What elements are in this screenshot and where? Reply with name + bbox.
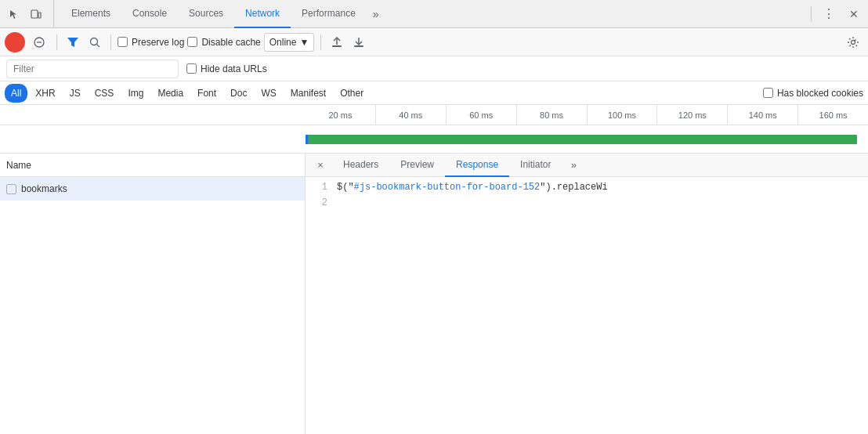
type-filter-manifest[interactable]: Manifest bbox=[284, 84, 332, 103]
waterfall-green-bar bbox=[306, 135, 857, 144]
chevron-down-icon: ▼ bbox=[299, 37, 309, 48]
tab-sources[interactable]: Sources bbox=[178, 0, 234, 28]
main-content-area: Name bookmarks × HeadersPreviewResponseI… bbox=[0, 154, 868, 434]
filter-row: Hide data URLs bbox=[0, 56, 868, 81]
detail-tabs-list: HeadersPreviewResponseInitiator bbox=[332, 154, 562, 177]
network-settings-icon[interactable] bbox=[843, 32, 863, 52]
timeline-label: 160 ms bbox=[797, 105, 868, 125]
waterfall-blue-bar bbox=[306, 135, 308, 144]
type-filter-doc[interactable]: Doc bbox=[224, 84, 253, 103]
type-filter-font[interactable]: Font bbox=[191, 84, 222, 103]
devtools-close-btn[interactable]: ✕ bbox=[843, 3, 865, 25]
svg-rect-6 bbox=[332, 45, 342, 47]
type-filter-row: AllXHRJSCSSImgMediaFontDocWSManifestOthe… bbox=[0, 81, 868, 105]
type-filter-ws[interactable]: WS bbox=[255, 84, 282, 103]
devtools-toolbar-right: ⋮ ✕ bbox=[808, 3, 865, 25]
throttle-select[interactable]: Online ▼ bbox=[264, 33, 315, 52]
type-filter-media[interactable]: Media bbox=[151, 84, 190, 103]
detail-tab-initiator[interactable]: Initiator bbox=[509, 154, 562, 177]
clear-button[interactable] bbox=[28, 31, 50, 53]
devtools-menu-btn[interactable]: ⋮ bbox=[818, 3, 840, 25]
search-icon[interactable] bbox=[85, 33, 104, 52]
tab-elements[interactable]: Elements bbox=[60, 0, 121, 28]
svg-point-10 bbox=[852, 40, 855, 44]
timeline-label: 40 ms bbox=[375, 105, 446, 125]
devtools-icons bbox=[3, 0, 54, 27]
devtools-tab-bar: ElementsConsoleSourcesNetworkPerformance… bbox=[0, 0, 868, 28]
vertical-divider bbox=[811, 6, 812, 22]
name-panel: Name bookmarks bbox=[0, 154, 306, 434]
type-filter-js[interactable]: JS bbox=[63, 84, 87, 103]
network-item-bookmarks[interactable]: bookmarks bbox=[0, 177, 305, 201]
detail-more-tabs-btn[interactable]: » bbox=[562, 154, 585, 177]
hide-data-urls-label[interactable]: Hide data URLs bbox=[186, 63, 267, 74]
import-har-icon[interactable] bbox=[327, 33, 346, 52]
timeline-label: 140 ms bbox=[727, 105, 797, 125]
timeline-label: 20 ms bbox=[306, 105, 375, 125]
timeline-label: 80 ms bbox=[516, 105, 587, 125]
filter-input[interactable] bbox=[6, 60, 179, 78]
more-tabs-btn[interactable]: » bbox=[367, 0, 385, 28]
timeline-label: 100 ms bbox=[587, 105, 657, 125]
type-filter-other[interactable]: Other bbox=[334, 84, 370, 103]
detail-tabs: × HeadersPreviewResponseInitiator » bbox=[306, 154, 868, 177]
toolbar-divider-2 bbox=[110, 34, 111, 50]
export-har-icon[interactable] bbox=[349, 33, 368, 52]
detail-tab-preview[interactable]: Preview bbox=[389, 154, 445, 177]
detail-tab-headers[interactable]: Headers bbox=[332, 154, 389, 177]
preserve-log-label[interactable]: Preserve log bbox=[118, 37, 184, 48]
svg-point-4 bbox=[91, 38, 98, 45]
line-number: 2 bbox=[306, 197, 337, 208]
waterfall-bar bbox=[306, 135, 868, 144]
cursor-icon[interactable] bbox=[3, 3, 25, 25]
waterfall-bar-row bbox=[0, 125, 868, 154]
timeline-labels: 20 ms40 ms60 ms80 ms100 ms120 ms140 ms16… bbox=[306, 105, 868, 125]
detail-panel: × HeadersPreviewResponseInitiator » 1$("… bbox=[306, 154, 868, 434]
item-checkbox[interactable] bbox=[6, 184, 16, 194]
svg-rect-8 bbox=[354, 45, 363, 47]
hide-data-urls-checkbox[interactable] bbox=[186, 63, 197, 74]
response-lines: 1$("#js-bookmark-button-for-board-152").… bbox=[306, 182, 868, 213]
svg-line-5 bbox=[97, 44, 100, 47]
toolbar-divider-3 bbox=[320, 34, 321, 50]
tab-console[interactable]: Console bbox=[121, 0, 178, 28]
timeline-label: 60 ms bbox=[446, 105, 516, 125]
type-filter-css[interactable]: CSS bbox=[89, 84, 121, 103]
blocked-cookies-filter[interactable]: Has blocked cookies bbox=[763, 88, 863, 99]
detail-close-btn[interactable]: × bbox=[309, 154, 332, 177]
name-panel-header: Name bbox=[0, 154, 305, 177]
record-button[interactable] bbox=[5, 32, 25, 52]
code-line: 2 bbox=[306, 197, 868, 213]
response-area: 1$("#js-bookmark-button-for-board-152").… bbox=[306, 177, 868, 434]
type-filter-img[interactable]: Img bbox=[121, 84, 150, 103]
tab-network[interactable]: Network bbox=[234, 0, 291, 28]
device-icon[interactable] bbox=[25, 3, 47, 25]
devtools-tabs-list: ElementsConsoleSourcesNetworkPerformance bbox=[60, 0, 367, 27]
tab-performance[interactable]: Performance bbox=[291, 0, 367, 28]
detail-tab-response[interactable]: Response bbox=[445, 154, 509, 177]
svg-rect-0 bbox=[31, 10, 38, 18]
has-blocked-cookies-checkbox[interactable] bbox=[763, 88, 773, 98]
disable-cache-label[interactable]: Disable cache bbox=[187, 37, 260, 48]
type-filter-all[interactable]: All bbox=[5, 84, 27, 103]
line-number: 1 bbox=[306, 182, 337, 193]
type-buttons: AllXHRJSCSSImgMediaFontDocWSManifestOthe… bbox=[5, 84, 370, 103]
disable-cache-checkbox[interactable] bbox=[187, 37, 197, 47]
filter-icon[interactable] bbox=[63, 33, 82, 52]
toolbar-divider-1 bbox=[56, 34, 57, 50]
network-toolbar: Preserve log Disable cache Online ▼ bbox=[0, 28, 868, 56]
timeline-row: 20 ms40 ms60 ms80 ms100 ms120 ms140 ms16… bbox=[0, 105, 868, 125]
line-code: $("#js-bookmark-button-for-board-152").r… bbox=[337, 182, 608, 193]
code-line: 1$("#js-bookmark-button-for-board-152").… bbox=[306, 182, 868, 197]
type-filter-xhr[interactable]: XHR bbox=[29, 84, 61, 103]
svg-rect-1 bbox=[38, 13, 41, 18]
timeline-label: 120 ms bbox=[656, 105, 727, 125]
preserve-log-checkbox[interactable] bbox=[118, 37, 128, 47]
